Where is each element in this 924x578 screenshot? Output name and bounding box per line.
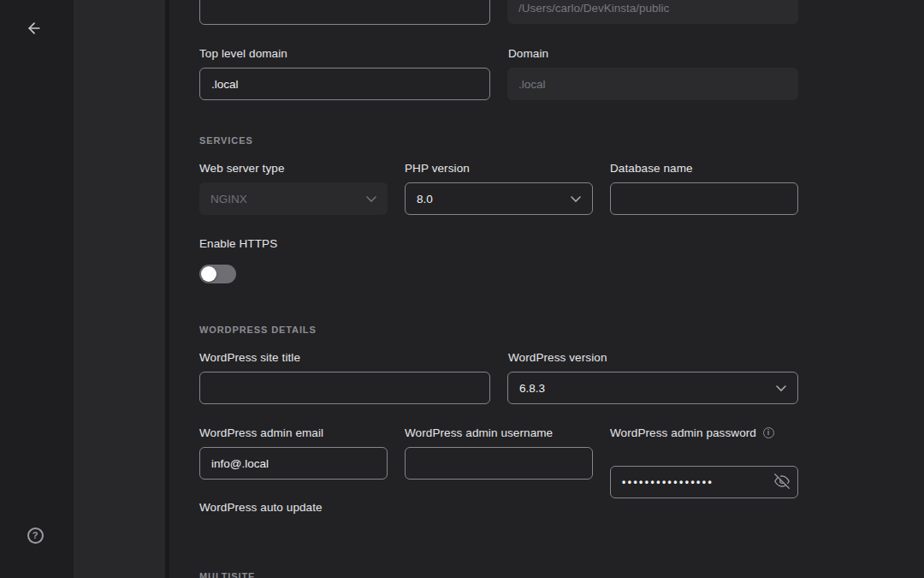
vertical-divider <box>165 0 169 578</box>
php-version-value: 8.0 <box>417 193 433 206</box>
secondary-rail <box>74 0 165 578</box>
database-name-input[interactable] <box>610 182 798 215</box>
toggle-knob <box>201 266 216 282</box>
enable-https-toggle[interactable] <box>199 265 236 283</box>
top-level-domain-label: Top level domain <box>199 47 287 60</box>
wp-admin-email-input[interactable] <box>199 447 388 480</box>
left-rail: ? <box>0 0 74 578</box>
chevron-down-icon <box>776 382 786 395</box>
web-server-type-select: NGINX <box>199 182 388 215</box>
back-button[interactable] <box>22 17 46 41</box>
wp-admin-password-label: WordPress admin password i <box>610 426 774 439</box>
help-button[interactable]: ? <box>23 523 47 547</box>
wp-admin-password-input[interactable] <box>610 466 798 498</box>
new-site-form: Top level domain Domain SERVICES Web ser… <box>169 0 924 578</box>
chevron-down-icon <box>366 193 376 206</box>
database-name-label: Database name <box>610 162 693 175</box>
php-version-select[interactable]: 8.0 <box>405 182 593 215</box>
wp-admin-password-field <box>610 466 798 498</box>
web-server-type-value: NGINX <box>210 193 247 206</box>
wp-auto-update-label: WordPress auto update <box>199 501 323 514</box>
wordpress-details-section-header: WORDPRESS DETAILS <box>199 325 317 335</box>
enable-https-label: Enable HTTPS <box>199 237 277 250</box>
domain-label: Domain <box>508 47 548 60</box>
chevron-down-icon <box>571 193 581 206</box>
info-icon[interactable]: i <box>763 427 774 438</box>
question-mark-icon: ? <box>27 527 44 544</box>
arrow-left-icon <box>26 20 43 39</box>
toggle-password-visibility-button[interactable] <box>774 474 790 490</box>
domain-input[interactable] <box>507 68 798 100</box>
site-path-input[interactable] <box>507 0 798 24</box>
wp-version-label: WordPress version <box>508 351 607 364</box>
wp-site-title-input[interactable] <box>199 372 490 404</box>
web-server-type-label: Web server type <box>199 162 285 175</box>
multisite-section-header: MULTISITE <box>199 571 255 578</box>
services-section-header: SERVICES <box>199 135 253 146</box>
wp-site-title-label: WordPress site title <box>199 351 300 364</box>
top-level-domain-input[interactable] <box>199 68 490 100</box>
php-version-label: PHP version <box>405 162 470 175</box>
wp-admin-username-input[interactable] <box>405 447 593 480</box>
wp-admin-username-label: WordPress admin username <box>405 426 553 439</box>
wp-admin-email-label: WordPress admin email <box>199 426 323 439</box>
wp-version-value: 6.8.3 <box>519 382 545 395</box>
wp-version-select[interactable]: 6.8.3 <box>507 372 798 404</box>
site-name-input[interactable] <box>199 0 490 25</box>
eye-off-icon <box>774 474 790 492</box>
